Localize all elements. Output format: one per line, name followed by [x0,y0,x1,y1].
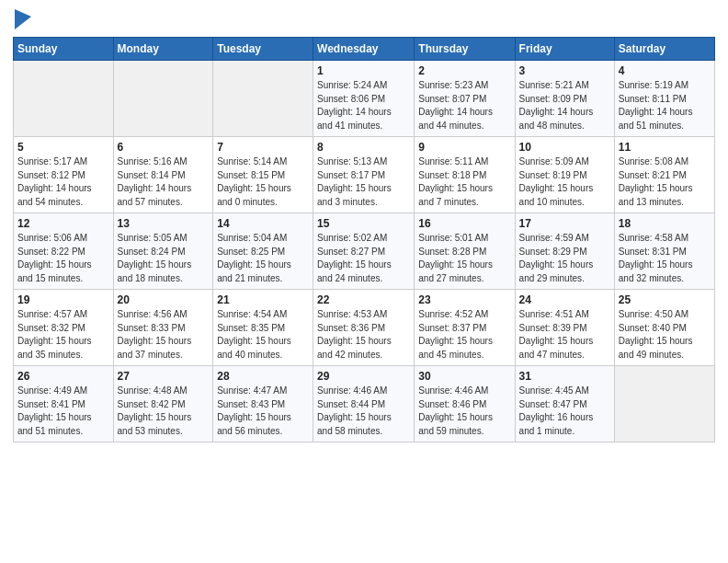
day-number: 4 [619,64,711,77]
day-number: 20 [118,293,210,306]
day-info: Sunrise: 4:46 AMSunset: 8:44 PMDaylight:… [317,385,410,438]
day-info: Sunrise: 4:58 AMSunset: 8:31 PMDaylight:… [619,232,711,285]
calendar-cell: 18Sunrise: 4:58 AMSunset: 8:31 PMDayligh… [614,213,714,290]
calendar-cell: 21Sunrise: 4:54 AMSunset: 8:35 PMDayligh… [213,290,313,366]
day-info: Sunrise: 5:02 AMSunset: 8:27 PMDaylight:… [317,232,410,285]
day-info: Sunrise: 5:04 AMSunset: 8:25 PMDaylight:… [217,232,309,285]
calendar-cell: 19Sunrise: 4:57 AMSunset: 8:32 PMDayligh… [14,290,114,366]
calendar-header-row: SundayMondayTuesdayWednesdayThursdayFrid… [14,38,715,61]
calendar-cell: 5Sunrise: 5:17 AMSunset: 8:12 PMDaylight… [14,137,114,213]
weekday-header-sunday: Sunday [14,38,114,61]
day-info: Sunrise: 4:51 AMSunset: 8:39 PMDaylight:… [519,308,610,362]
day-number: 23 [418,293,510,306]
day-info: Sunrise: 4:54 AMSunset: 8:35 PMDaylight:… [217,308,309,362]
day-number: 27 [118,370,210,383]
calendar-cell: 12Sunrise: 5:06 AMSunset: 8:22 PMDayligh… [14,213,114,290]
day-number: 22 [317,293,410,306]
day-number: 11 [619,141,711,154]
day-info: Sunrise: 5:11 AMSunset: 8:18 PMDaylight:… [418,155,510,209]
calendar-cell [14,61,114,137]
day-info: Sunrise: 5:23 AMSunset: 8:07 PMDaylight:… [418,79,510,132]
day-number: 6 [118,141,210,154]
day-info: Sunrise: 5:16 AMSunset: 8:14 PMDaylight:… [118,155,210,209]
day-info: Sunrise: 4:47 AMSunset: 8:43 PMDaylight:… [217,385,309,438]
day-info: Sunrise: 5:09 AMSunset: 8:19 PMDaylight:… [519,155,610,209]
day-info: Sunrise: 5:08 AMSunset: 8:21 PMDaylight:… [619,155,711,209]
day-info: Sunrise: 5:21 AMSunset: 8:09 PMDaylight:… [519,79,610,132]
svg-marker-0 [15,9,31,29]
calendar-cell: 13Sunrise: 5:05 AMSunset: 8:24 PMDayligh… [113,213,213,290]
day-info: Sunrise: 4:50 AMSunset: 8:40 PMDaylight:… [619,308,711,362]
day-number: 15 [317,217,410,230]
day-number: 5 [17,141,109,154]
day-info: Sunrise: 4:45 AMSunset: 8:47 PMDaylight:… [519,385,610,438]
calendar-cell: 22Sunrise: 4:53 AMSunset: 8:36 PMDayligh… [313,290,415,366]
calendar-cell: 2Sunrise: 5:23 AMSunset: 8:07 PMDaylight… [415,61,515,137]
day-number: 24 [519,293,610,306]
calendar-cell: 3Sunrise: 5:21 AMSunset: 8:09 PMDaylight… [515,61,614,137]
day-info: Sunrise: 5:24 AMSunset: 8:06 PMDaylight:… [317,79,410,132]
day-number: 14 [217,217,309,230]
weekday-header-monday: Monday [113,38,213,61]
day-info: Sunrise: 5:05 AMSunset: 8:24 PMDaylight:… [118,232,210,285]
day-info: Sunrise: 5:06 AMSunset: 8:22 PMDaylight:… [17,232,109,285]
day-number: 2 [418,64,510,77]
calendar-cell: 28Sunrise: 4:47 AMSunset: 8:43 PMDayligh… [213,366,313,442]
calendar-cell [614,366,714,442]
day-number: 21 [217,293,309,306]
calendar-cell: 6Sunrise: 5:16 AMSunset: 8:14 PMDaylight… [113,137,213,213]
day-number: 30 [418,370,510,383]
calendar-cell: 24Sunrise: 4:51 AMSunset: 8:39 PMDayligh… [515,290,614,366]
calendar-cell: 16Sunrise: 5:01 AMSunset: 8:28 PMDayligh… [415,213,515,290]
day-number: 26 [17,370,109,383]
calendar-week-row: 5Sunrise: 5:17 AMSunset: 8:12 PMDaylight… [14,137,715,213]
weekday-header-friday: Friday [515,38,614,61]
calendar-cell: 4Sunrise: 5:19 AMSunset: 8:11 PMDaylight… [614,61,714,137]
day-info: Sunrise: 4:46 AMSunset: 8:46 PMDaylight:… [418,385,510,438]
day-number: 29 [317,370,410,383]
calendar-cell: 23Sunrise: 4:52 AMSunset: 8:37 PMDayligh… [415,290,515,366]
calendar-cell: 25Sunrise: 4:50 AMSunset: 8:40 PMDayligh… [614,290,714,366]
weekday-header-tuesday: Tuesday [213,38,313,61]
calendar-cell: 27Sunrise: 4:48 AMSunset: 8:42 PMDayligh… [113,366,213,442]
calendar-table: SundayMondayTuesdayWednesdayThursdayFrid… [13,37,715,442]
day-number: 31 [519,370,610,383]
day-number: 3 [519,64,610,77]
day-info: Sunrise: 4:59 AMSunset: 8:29 PMDaylight:… [519,232,610,285]
day-number: 9 [418,141,510,154]
calendar-cell: 9Sunrise: 5:11 AMSunset: 8:18 PMDaylight… [415,137,515,213]
day-info: Sunrise: 5:17 AMSunset: 8:12 PMDaylight:… [17,155,109,209]
calendar-week-row: 26Sunrise: 4:49 AMSunset: 8:41 PMDayligh… [14,366,715,442]
day-number: 16 [418,217,510,230]
calendar-cell: 17Sunrise: 4:59 AMSunset: 8:29 PMDayligh… [515,213,614,290]
day-info: Sunrise: 5:14 AMSunset: 8:15 PMDaylight:… [217,155,309,209]
day-number: 1 [317,64,410,77]
weekday-header-wednesday: Wednesday [313,38,415,61]
day-number: 19 [17,293,109,306]
day-number: 18 [619,217,711,230]
calendar-week-row: 12Sunrise: 5:06 AMSunset: 8:22 PMDayligh… [14,213,715,290]
day-number: 12 [17,217,109,230]
calendar-cell: 26Sunrise: 4:49 AMSunset: 8:41 PMDayligh… [14,366,114,442]
weekday-header-thursday: Thursday [415,38,515,61]
calendar-cell: 1Sunrise: 5:24 AMSunset: 8:06 PMDaylight… [313,61,415,137]
day-info: Sunrise: 4:52 AMSunset: 8:37 PMDaylight:… [418,308,510,362]
calendar-cell: 8Sunrise: 5:13 AMSunset: 8:17 PMDaylight… [313,137,415,213]
header [13,9,715,29]
calendar-cell: 10Sunrise: 5:09 AMSunset: 8:19 PMDayligh… [515,137,614,213]
day-info: Sunrise: 4:57 AMSunset: 8:32 PMDaylight:… [17,308,109,362]
day-number: 25 [619,293,711,306]
day-number: 28 [217,370,309,383]
day-number: 17 [519,217,610,230]
calendar-cell: 31Sunrise: 4:45 AMSunset: 8:47 PMDayligh… [515,366,614,442]
calendar-week-row: 1Sunrise: 5:24 AMSunset: 8:06 PMDaylight… [14,61,715,137]
day-info: Sunrise: 4:56 AMSunset: 8:33 PMDaylight:… [118,308,210,362]
day-info: Sunrise: 4:48 AMSunset: 8:42 PMDaylight:… [118,385,210,438]
day-number: 13 [118,217,210,230]
calendar-week-row: 19Sunrise: 4:57 AMSunset: 8:32 PMDayligh… [14,290,715,366]
calendar-cell: 14Sunrise: 5:04 AMSunset: 8:25 PMDayligh… [213,213,313,290]
calendar-cell [213,61,313,137]
day-info: Sunrise: 4:49 AMSunset: 8:41 PMDaylight:… [17,385,109,438]
calendar-cell: 11Sunrise: 5:08 AMSunset: 8:21 PMDayligh… [614,137,714,213]
day-number: 10 [519,141,610,154]
